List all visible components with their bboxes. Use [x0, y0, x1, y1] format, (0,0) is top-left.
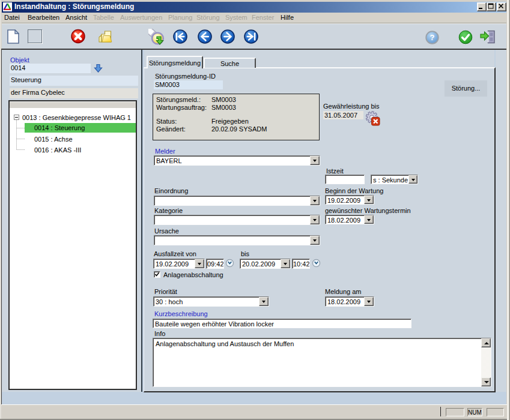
svg-text:?: ?: [430, 33, 435, 42]
